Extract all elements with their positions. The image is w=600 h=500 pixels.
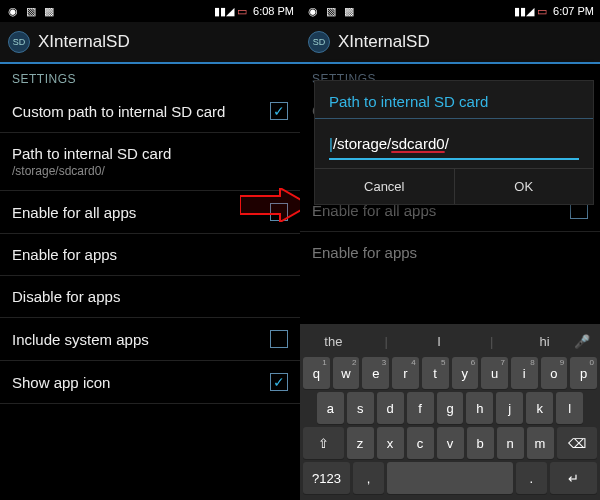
key-j[interactable]: j xyxy=(496,392,523,424)
key-z[interactable]: z xyxy=(347,427,374,459)
key-enter[interactable]: ↵ xyxy=(550,462,597,494)
key-m[interactable]: m xyxy=(527,427,554,459)
key-p[interactable]: p0 xyxy=(570,357,597,389)
key-v[interactable]: v xyxy=(437,427,464,459)
key-y[interactable]: y6 xyxy=(452,357,479,389)
screen-left: ◉ ▧ ▩ ▮▮◢ ▭ 6:08 PM SD XInternalSD SETTI… xyxy=(0,0,300,500)
key-f[interactable]: f xyxy=(407,392,434,424)
key-q[interactable]: q1 xyxy=(303,357,330,389)
row-show-icon[interactable]: Show app icon ✓ xyxy=(0,361,300,404)
checkbox-unchecked-icon[interactable]: ✓ xyxy=(270,203,288,221)
key-n[interactable]: n xyxy=(497,427,524,459)
checkbox-unchecked-icon[interactable]: ✓ xyxy=(270,330,288,348)
app-title: XInternalSD xyxy=(338,32,430,52)
notification-icon: ▧ xyxy=(324,4,338,18)
row-enable-for-dim: Enable for apps xyxy=(300,232,600,273)
dialog-title: Path to internal SD card xyxy=(315,81,593,119)
row-custom-path[interactable]: Custom path to internal SD card ✓ xyxy=(0,90,300,133)
app-title: XInternalSD xyxy=(38,32,130,52)
key-o[interactable]: o9 xyxy=(541,357,568,389)
row-disable-for[interactable]: Disable for apps xyxy=(0,276,300,318)
key-comma[interactable]: , xyxy=(353,462,384,494)
row-title: Path to internal SD card xyxy=(12,145,288,162)
clock: 6:08 PM xyxy=(253,5,294,17)
row-title: Show app icon xyxy=(12,374,262,391)
key-c[interactable]: c xyxy=(407,427,434,459)
row-enable-all[interactable]: Enable for all apps ✓ xyxy=(0,191,300,234)
row-title: Disable for apps xyxy=(12,288,288,305)
checkbox-checked-icon[interactable]: ✓ xyxy=(270,373,288,391)
key-shift[interactable]: ⇧ xyxy=(303,427,344,459)
key-g[interactable]: g xyxy=(437,392,464,424)
row-title: Custom path to internal SD card xyxy=(12,103,262,120)
signal-icon: ▮▮◢ xyxy=(217,4,231,18)
app-icon: SD xyxy=(308,31,330,53)
notification-icon: ◉ xyxy=(306,4,320,18)
path-input[interactable]: |/storage/sdcard0/ xyxy=(329,131,579,160)
battery-icon: ▭ xyxy=(235,4,249,18)
row-path[interactable]: Path to internal SD card /storage/sdcard… xyxy=(0,133,300,191)
row-subtitle: /storage/sdcard0/ xyxy=(12,164,288,178)
key-r[interactable]: r4 xyxy=(392,357,419,389)
key-h[interactable]: h xyxy=(466,392,493,424)
suggestion[interactable]: I xyxy=(413,334,466,349)
key-t[interactable]: t5 xyxy=(422,357,449,389)
suggestion[interactable]: the xyxy=(307,334,360,349)
row-title: Include system apps xyxy=(12,331,262,348)
key-a[interactable]: a xyxy=(317,392,344,424)
screen-right: ◉ ▧ ▩ ▮▮◢ ▭ 6:07 PM SD XInternalSD SETTI… xyxy=(300,0,600,500)
action-bar: SD XInternalSD xyxy=(0,22,300,64)
app-icon: SD xyxy=(8,31,30,53)
settings-list: Custom path to internal SD card ✓ Path t… xyxy=(0,90,300,404)
row-include-system[interactable]: Include system apps ✓ xyxy=(0,318,300,361)
key-e[interactable]: e3 xyxy=(362,357,389,389)
notification-icon: ▩ xyxy=(342,4,356,18)
soft-keyboard: the | I | hi 🎤 q1w2e3r4t5y6u7i8o9p0 asdf… xyxy=(300,324,600,500)
action-bar: SD XInternalSD xyxy=(300,22,600,64)
row-title: Enable for apps xyxy=(312,244,588,261)
key-w[interactable]: w2 xyxy=(333,357,360,389)
key-period[interactable]: . xyxy=(516,462,547,494)
key-l[interactable]: l xyxy=(556,392,583,424)
mic-icon[interactable]: 🎤 xyxy=(571,334,593,349)
key-i[interactable]: i8 xyxy=(511,357,538,389)
suggestion[interactable]: hi xyxy=(518,334,571,349)
key-space[interactable] xyxy=(387,462,512,494)
dialog-path-input: Path to internal SD card |/storage/sdcar… xyxy=(314,80,594,205)
key-u[interactable]: u7 xyxy=(481,357,508,389)
row-title: Enable for all apps xyxy=(12,204,262,221)
key-backspace[interactable]: ⌫ xyxy=(557,427,598,459)
key-s[interactable]: s xyxy=(347,392,374,424)
key-d[interactable]: d xyxy=(377,392,404,424)
clock: 6:07 PM xyxy=(553,5,594,17)
status-bar: ◉ ▧ ▩ ▮▮◢ ▭ 6:07 PM xyxy=(300,0,600,22)
key-b[interactable]: b xyxy=(467,427,494,459)
signal-icon: ▮▮◢ xyxy=(517,4,531,18)
suggestion-bar: the | I | hi 🎤 xyxy=(303,328,597,357)
key-k[interactable]: k xyxy=(526,392,553,424)
notification-icon: ▩ xyxy=(42,4,56,18)
status-bar: ◉ ▧ ▩ ▮▮◢ ▭ 6:08 PM xyxy=(0,0,300,22)
ok-button[interactable]: OK xyxy=(454,169,594,204)
section-header: SETTINGS xyxy=(0,64,300,90)
notification-icon: ◉ xyxy=(6,4,20,18)
battery-icon: ▭ xyxy=(535,4,549,18)
row-enable-for[interactable]: Enable for apps xyxy=(0,234,300,276)
notification-icon: ▧ xyxy=(24,4,38,18)
checkbox-checked-icon[interactable]: ✓ xyxy=(270,102,288,120)
key-x[interactable]: x xyxy=(377,427,404,459)
cancel-button[interactable]: Cancel xyxy=(315,169,454,204)
key-symbols[interactable]: ?123 xyxy=(303,462,350,494)
row-title: Enable for apps xyxy=(12,246,288,263)
